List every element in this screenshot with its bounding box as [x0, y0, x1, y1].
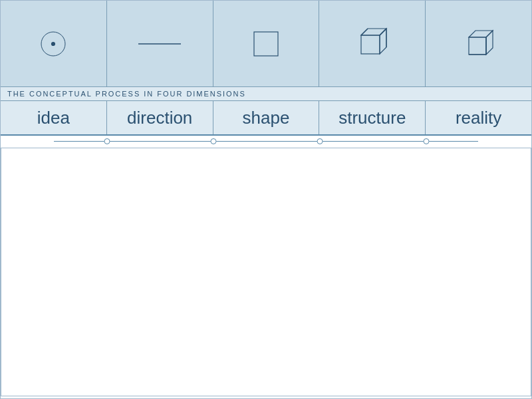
svg-rect-4	[361, 35, 380, 54]
label-shape: shape	[243, 108, 290, 128]
label-cell-structure: structure	[319, 101, 426, 134]
connector-dot-4	[424, 138, 430, 144]
content-area	[1, 148, 531, 396]
svg-point-1	[52, 42, 55, 45]
connector-dot-1	[104, 138, 110, 144]
label-direction: direction	[127, 108, 192, 128]
svg-line-8	[380, 29, 386, 35]
label-cell-shape: shape	[213, 101, 320, 134]
idea-icon	[33, 24, 73, 64]
connector-row	[1, 136, 531, 148]
structure-icon	[349, 21, 396, 67]
label-structure: structure	[338, 108, 406, 128]
label-reality: reality	[456, 108, 501, 128]
icon-cell-shape	[213, 1, 320, 86]
icon-row	[1, 1, 531, 87]
direction-icon	[133, 37, 186, 51]
svg-marker-12	[486, 31, 493, 55]
svg-rect-10	[469, 37, 486, 55]
reality-icon	[456, 21, 502, 67]
icon-cell-reality	[426, 1, 531, 86]
label-cell-direction: direction	[107, 101, 213, 134]
label-cell-reality: reality	[426, 101, 531, 134]
svg-rect-3	[254, 32, 278, 56]
shape-icon	[246, 24, 286, 64]
connector-dot-2	[211, 138, 217, 144]
subtitle-text: THE CONCEPTUAL PROCESS IN FOUR DIMENSION…	[7, 90, 246, 98]
connector-dot-3	[317, 138, 323, 144]
icon-cell-structure	[319, 1, 426, 86]
label-cell-idea: idea	[1, 101, 107, 134]
icon-cell-idea	[1, 1, 107, 86]
main-container: THE CONCEPTUAL PROCESS IN FOUR DIMENSION…	[0, 0, 532, 399]
label-idea: idea	[37, 108, 70, 128]
subtitle-row: THE CONCEPTUAL PROCESS IN FOUR DIMENSION…	[1, 87, 531, 101]
label-row: idea direction shape structure reality	[1, 101, 531, 136]
svg-line-7	[361, 29, 368, 35]
connector-line	[54, 141, 478, 142]
icon-cell-direction	[107, 1, 213, 86]
